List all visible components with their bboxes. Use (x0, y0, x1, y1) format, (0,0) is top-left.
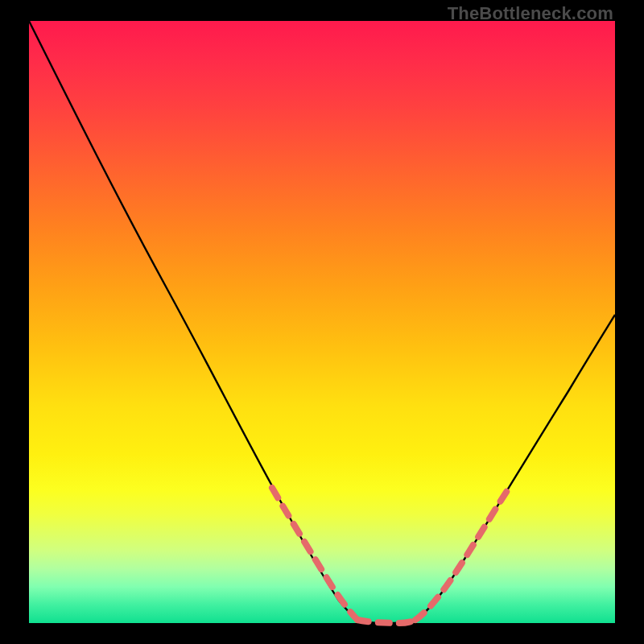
curve-right-branch (415, 315, 615, 620)
dash-overlay-right (415, 489, 508, 620)
chart-svg (29, 21, 615, 623)
curve-left-branch (29, 21, 357, 620)
dash-overlay-floor (357, 620, 415, 623)
dash-overlay-left (272, 488, 357, 620)
